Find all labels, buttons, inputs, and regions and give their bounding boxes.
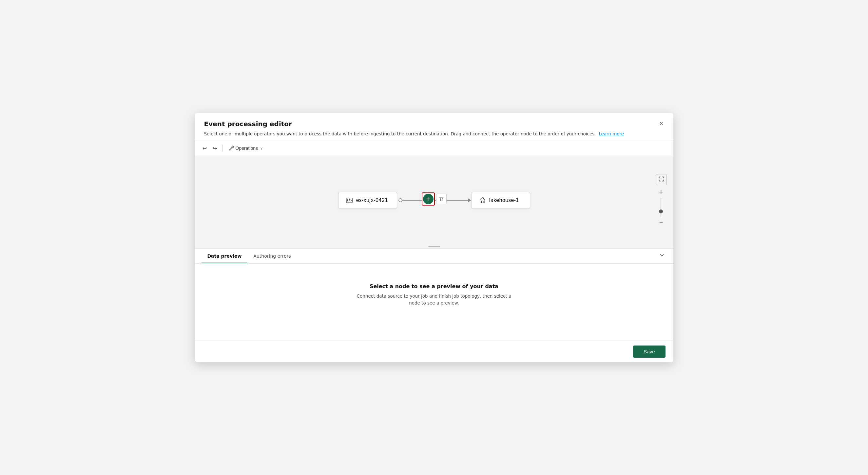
event-processing-editor-modal: Event processing editor Select one or mu… xyxy=(195,113,673,362)
svg-rect-3 xyxy=(659,176,659,178)
toolbar: ↩ ↪ Operations ∨ xyxy=(195,141,673,156)
zoom-out-button[interactable]: − xyxy=(657,219,665,227)
learn-more-link[interactable]: Learn more xyxy=(599,131,624,137)
arrow-head xyxy=(468,198,471,202)
event-stream-icon xyxy=(346,197,353,204)
empty-state: Select a node to see a preview of your d… xyxy=(195,264,673,320)
trash-icon xyxy=(439,196,444,202)
flow-action-buttons: + xyxy=(422,192,446,206)
tab-authoring-errors[interactable]: Authoring errors xyxy=(247,249,297,263)
tabs-bar: Data preview Authoring errors xyxy=(195,249,673,264)
close-button[interactable]: × xyxy=(657,119,666,128)
empty-state-title: Select a node to see a preview of your d… xyxy=(370,283,498,290)
left-connector: + xyxy=(397,198,471,202)
add-operator-wrapper: + xyxy=(422,192,435,206)
fit-view-icon xyxy=(658,176,664,182)
redo-button[interactable]: ↪ xyxy=(210,144,219,153)
modal-title: Event processing editor xyxy=(204,120,664,128)
delete-operator-button[interactable] xyxy=(436,194,446,204)
zoom-fit-button[interactable] xyxy=(656,174,667,185)
empty-state-description: Connect data source to your job and fini… xyxy=(355,293,513,307)
connector-dot xyxy=(398,198,402,202)
operations-label: Operations xyxy=(236,146,258,151)
modal-description: Select one or multiple operators you wan… xyxy=(204,130,664,137)
collapse-handle[interactable] xyxy=(195,244,673,248)
zoom-in-button[interactable]: + xyxy=(657,188,665,196)
expand-panel-button[interactable] xyxy=(657,250,667,262)
svg-rect-7 xyxy=(659,179,659,181)
modal-footer: Save xyxy=(195,340,673,362)
svg-point-0 xyxy=(232,147,233,148)
bottom-section: Data preview Authoring errors Select a n… xyxy=(195,249,673,340)
flow-diagram: es-xujx-0421 + xyxy=(338,192,530,209)
svg-rect-9 xyxy=(663,179,663,181)
tabs-list: Data preview Authoring errors xyxy=(202,249,297,263)
undo-button[interactable]: ↩ xyxy=(200,144,209,153)
operations-chevron: ∨ xyxy=(260,146,263,150)
toolbar-divider xyxy=(222,145,223,152)
add-operator-button[interactable]: + xyxy=(423,194,434,204)
destination-node[interactable]: lakehouse-1 xyxy=(471,192,530,209)
chevron-down-icon xyxy=(659,253,665,258)
source-node-label: es-xujx-0421 xyxy=(356,197,388,203)
zoom-slider-track xyxy=(660,198,661,217)
destination-node-label: lakehouse-1 xyxy=(489,197,519,203)
canvas-inner: es-xujx-0421 + xyxy=(195,156,673,244)
modal-header: Event processing editor Select one or mu… xyxy=(195,113,673,140)
svg-rect-5 xyxy=(663,176,663,178)
source-node[interactable]: es-xujx-0421 xyxy=(338,192,397,209)
zoom-controls: + − xyxy=(656,174,667,227)
wrench-icon xyxy=(229,146,234,151)
lakehouse-icon xyxy=(479,197,486,204)
operations-menu-button[interactable]: Operations ∨ xyxy=(226,144,266,152)
canvas-area: es-xujx-0421 + xyxy=(195,156,673,249)
save-button[interactable]: Save xyxy=(633,346,665,358)
tab-data-preview[interactable]: Data preview xyxy=(202,249,248,263)
zoom-slider[interactable]: + − xyxy=(657,188,665,227)
collapse-bar-icon xyxy=(428,246,440,247)
zoom-slider-thumb xyxy=(659,209,663,213)
